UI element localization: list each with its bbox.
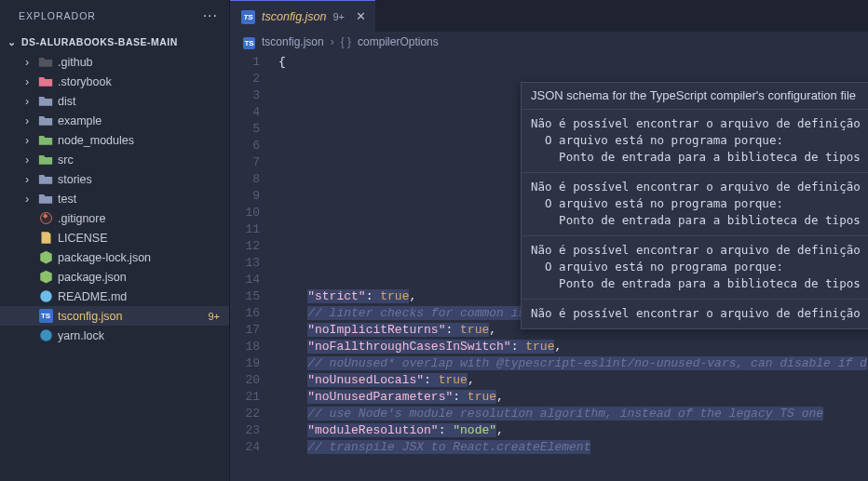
chevron-right-icon: › <box>20 193 34 206</box>
license-icon <box>38 231 53 246</box>
explorer-title: EXPLORADOR <box>19 10 96 21</box>
chevron-right-icon: › <box>20 154 34 167</box>
ts-icon: TS <box>243 35 255 49</box>
breadcrumb-symbol: compilerOptions <box>358 35 439 48</box>
folder-label: node_modules <box>58 134 134 147</box>
npm-icon <box>38 250 53 265</box>
tab-tsconfig[interactable]: TS tsconfig.json 9+ ✕ <box>230 0 375 32</box>
folder-label: test <box>58 193 76 206</box>
root-folder-label: DS-ALURABOOKS-BASE-MAIN <box>21 36 178 47</box>
file-tree: › .github › .storybook › dist › example … <box>0 52 229 481</box>
editor-area: TS tsconfig.json 9+ ✕ TS tsconfig.json ›… <box>230 0 868 481</box>
chevron-down-icon: ⌄ <box>6 36 19 47</box>
folder-example[interactable]: › example <box>0 111 229 130</box>
explorer-sidebar: EXPLORADOR ··· ⌄ DS-ALURABOOKS-BASE-MAIN… <box>0 0 230 481</box>
braces-icon: { } <box>341 35 351 48</box>
folder-label: .storybook <box>58 75 112 88</box>
breadcrumb-file: tsconfig.json <box>262 35 324 48</box>
folder-github[interactable]: › .github <box>0 52 229 72</box>
file-readme[interactable]: README.md <box>0 287 229 306</box>
hover-error-3: Não é possível encontrar o arquivo de de… <box>522 236 868 300</box>
file-label: .gitignore <box>58 212 105 225</box>
folder-dist[interactable]: › dist <box>0 91 229 111</box>
ts-icon: TS <box>241 9 255 24</box>
explorer-header: EXPLORADOR ··· <box>0 0 229 32</box>
problems-badge: 9+ <box>208 311 220 322</box>
hover-error-2: Não é possível encontrar o arquivo de de… <box>522 173 868 236</box>
file-gitignore[interactable]: .gitignore <box>0 208 229 228</box>
tab-label: tsconfig.json <box>262 10 326 23</box>
explorer-root-folder[interactable]: ⌄ DS-ALURABOOKS-BASE-MAIN <box>0 32 229 52</box>
file-label: tsconfig.json <box>58 310 122 323</box>
folder-stories[interactable]: › stories <box>0 169 229 189</box>
file-tsconfig[interactable]: TS tsconfig.json 9+ <box>0 306 229 326</box>
chevron-right-icon: › <box>20 114 34 127</box>
folder-label: stories <box>58 173 92 186</box>
svg-point-0 <box>40 290 52 302</box>
chevron-right-icon: › <box>20 56 34 69</box>
file-label: LICENSE <box>58 232 108 245</box>
tab-problem-count: 9+ <box>332 11 345 22</box>
info-icon <box>38 289 53 304</box>
folder-src[interactable]: › src <box>0 150 229 169</box>
folder-label: dist <box>58 95 75 108</box>
folder-label: example <box>58 114 102 127</box>
file-label: README.md <box>58 290 127 303</box>
chevron-right-icon: › <box>20 134 34 147</box>
folder-test[interactable]: › test <box>0 189 229 208</box>
folder-green-icon <box>38 153 53 167</box>
folder-icon <box>38 94 53 109</box>
file-license[interactable]: LICENSE <box>0 228 229 247</box>
folder-git-icon <box>38 55 53 70</box>
yarn-icon <box>38 328 53 343</box>
svg-point-1 <box>40 329 52 341</box>
chevron-right-icon: › <box>331 35 334 48</box>
hover-schema: JSON schema for the TypeScript compiler'… <box>522 83 868 110</box>
file-label: package.json <box>58 271 127 284</box>
hover-error-4: Não é possível encontrar o arquivo de de… <box>522 300 868 328</box>
file-package-lock[interactable]: package-lock.json <box>0 247 229 267</box>
npm-icon <box>38 270 53 285</box>
close-icon[interactable]: ✕ <box>351 9 366 23</box>
line-numbers: 1234 5678 9101112 13141516 17181920 2122… <box>230 52 275 481</box>
folder-pink-icon <box>38 74 53 89</box>
folder-label: .github <box>58 56 93 69</box>
folder-node-modules[interactable]: › node_modules <box>0 130 229 150</box>
file-package-json[interactable]: package.json <box>0 267 229 287</box>
hover-tooltip: JSON schema for the TypeScript compiler'… <box>521 82 868 329</box>
folder-green-icon <box>38 133 53 148</box>
folder-label: src <box>58 154 74 167</box>
hover-error-1: Não é possível encontrar o arquivo de de… <box>522 110 868 173</box>
breadcrumb[interactable]: TS tsconfig.json › { } compilerOptions <box>230 32 868 52</box>
git-icon <box>38 211 53 226</box>
chevron-right-icon: › <box>20 173 34 186</box>
tab-bar: TS tsconfig.json 9+ ✕ <box>230 0 868 32</box>
file-label: yarn.lock <box>58 329 104 342</box>
ts-icon: TS <box>38 309 53 324</box>
folder-icon <box>38 172 53 187</box>
chevron-right-icon: › <box>20 95 34 108</box>
folder-icon <box>38 114 53 128</box>
folder-icon <box>38 192 53 207</box>
chevron-right-icon: › <box>20 75 34 88</box>
file-label: package-lock.json <box>58 251 151 264</box>
file-yarn-lock[interactable]: yarn.lock <box>0 326 229 345</box>
explorer-more-icon[interactable]: ··· <box>203 7 218 24</box>
folder-storybook[interactable]: › .storybook <box>0 72 229 91</box>
